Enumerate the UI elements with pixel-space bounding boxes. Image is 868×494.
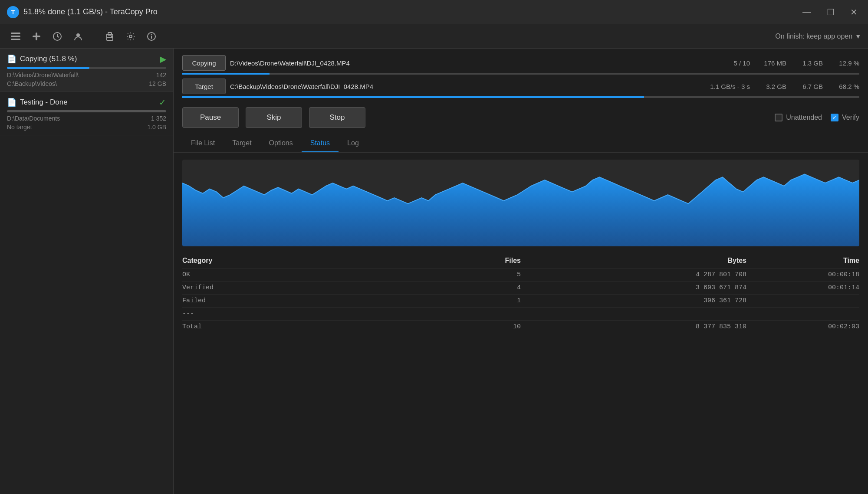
total-bytes: 8 377 835 310 <box>521 323 746 330</box>
source-progress-fill <box>182 73 270 75</box>
unattended-checkbox[interactable] <box>775 114 783 121</box>
svg-rect-1 <box>11 36 20 37</box>
job2-icon: 📄 <box>7 98 16 107</box>
failed-files: 1 <box>408 297 521 304</box>
sidebar-item-job2[interactable]: 📄 Testing - Done ✓ D:\Data\Documents 1 3… <box>0 92 173 135</box>
content-area: Copying D:\Videos\Drone\Waterfall\DJI_04… <box>174 49 868 494</box>
separator-category: --- <box>182 310 408 317</box>
col-category-header: Category <box>182 257 408 265</box>
app-icon: T <box>7 6 19 18</box>
unattended-checkbox-item[interactable]: Unattended <box>775 114 822 121</box>
target-target-size: 6.7 GB <box>797 83 823 90</box>
profile-button[interactable] <box>69 28 87 45</box>
target-percent: 68.2 % <box>833 83 859 90</box>
minimize-button[interactable]: — <box>799 5 815 19</box>
sidebar-item-job1[interactable]: 📄 Copying (51.8 %) ▶ D:\Videos\Drone\Wat… <box>0 49 173 92</box>
toolbar-left <box>7 28 160 45</box>
job2-header: 📄 Testing - Done ✓ <box>7 97 166 108</box>
total-files: 10 <box>408 323 521 330</box>
job2-progress-bar-bg <box>7 110 166 112</box>
job1-icon: 📄 <box>7 54 16 64</box>
svg-rect-0 <box>11 33 20 34</box>
verify-checkbox-item[interactable]: Verify <box>831 114 859 121</box>
titlebar-left: T 51.8% done (1.1 GB/s) - TeraCopy Pro <box>7 6 158 18</box>
total-time: 00:02:03 <box>746 323 859 330</box>
speed-chart-svg <box>182 160 859 246</box>
job1-title: 📄 Copying (51.8 %) <box>7 54 77 64</box>
on-finish-label[interactable]: On finish: keep app open ▼ <box>775 33 861 40</box>
tabs: File List Target Options Status Log <box>174 135 868 153</box>
svg-rect-7 <box>107 38 113 40</box>
target-file-stats: 1.1 GB/s - 3 s 3.2 GB 6.7 GB 68.2 % <box>710 83 859 90</box>
job1-play-button[interactable]: ▶ <box>160 54 166 64</box>
verified-time: 00:01:14 <box>746 284 859 291</box>
skip-button[interactable]: Skip <box>246 107 302 128</box>
verified-category: Verified <box>182 284 408 291</box>
pause-button[interactable]: Pause <box>182 107 239 128</box>
job2-done-icon: ✓ <box>159 97 166 108</box>
source-percent: 12.9 % <box>833 59 859 67</box>
sidebar-toggle-button[interactable] <box>7 28 24 45</box>
history-button[interactable] <box>49 28 66 45</box>
titlebar: T 51.8% done (1.1 GB/s) - TeraCopy Pro —… <box>0 0 868 24</box>
source-file-row: Copying D:\Videos\Drone\Waterfall\DJI_04… <box>182 53 859 73</box>
verify-checkbox[interactable] <box>831 114 838 121</box>
job1-paths: D:\Videos\Drone\Waterfall\ 142 <box>7 72 166 79</box>
tab-options[interactable]: Options <box>260 135 302 152</box>
source-count: 5 / 10 <box>724 59 750 67</box>
job1-dest-paths: C:\Backup\Videos\ 12 GB <box>7 80 166 87</box>
verified-files: 4 <box>408 284 521 291</box>
toolbar: On finish: keep app open ▼ <box>0 24 868 49</box>
svg-point-6 <box>76 33 80 37</box>
job1-progress-bar-fill <box>7 67 89 69</box>
tab-target[interactable]: Target <box>224 135 260 152</box>
speed-chart <box>182 160 859 246</box>
job1-header: 📄 Copying (51.8 %) ▶ <box>7 54 166 64</box>
stop-button[interactable]: Stop <box>309 107 365 128</box>
tab-file-list[interactable]: File List <box>182 135 224 152</box>
job2-title: 📄 Testing - Done <box>7 98 68 107</box>
file-progress-section: Copying D:\Videos\Drone\Waterfall\DJI_04… <box>174 49 868 100</box>
settings-button[interactable] <box>122 28 139 45</box>
job2-dest-paths: No target 1.0 GB <box>7 124 166 131</box>
sidebar: 📄 Copying (51.8 %) ▶ D:\Videos\Drone\Wat… <box>0 49 174 494</box>
titlebar-controls: — ☐ ✕ <box>799 5 861 19</box>
job2-progress-bar-fill <box>7 110 166 112</box>
table-row-separator: --- <box>182 307 859 320</box>
svg-point-13 <box>151 34 152 35</box>
job1-progress-bar-bg <box>7 67 166 69</box>
close-button[interactable]: ✕ <box>847 5 861 19</box>
tab-status[interactable]: Status <box>302 135 339 152</box>
copying-status-label: Copying <box>182 55 226 71</box>
target-progress-fill <box>182 96 644 98</box>
failed-time <box>746 297 859 304</box>
target-progress-bar <box>182 96 859 98</box>
ok-time: 00:00:18 <box>746 271 859 278</box>
failed-category: Failed <box>182 297 408 304</box>
job2-paths: D:\Data\Documents 1 352 <box>7 115 166 122</box>
titlebar-title: 51.8% done (1.1 GB/s) - TeraCopy Pro <box>23 7 158 16</box>
add-job-button[interactable] <box>28 28 45 45</box>
status-table: Category Files Bytes Time OK 5 4 287 801… <box>182 253 859 333</box>
verify-label: Verify <box>842 114 859 121</box>
ok-files: 5 <box>408 271 521 278</box>
target-size: 1.3 GB <box>797 59 823 67</box>
source-file-stats: 5 / 10 176 MB 1.3 GB 12.9 % <box>724 59 859 67</box>
tab-log[interactable]: Log <box>339 135 368 152</box>
print-button[interactable] <box>101 28 118 45</box>
maximize-button[interactable]: ☐ <box>823 5 838 19</box>
col-bytes-header: Bytes <box>521 257 746 265</box>
col-files-header: Files <box>408 257 521 265</box>
info-button[interactable] <box>143 28 160 45</box>
failed-bytes: 396 361 728 <box>521 297 746 304</box>
col-time-header: Time <box>746 257 859 265</box>
verified-bytes: 3 693 671 874 <box>521 284 746 291</box>
toolbar-separator <box>94 30 94 43</box>
target-file-row: Target C:\Backup\Videos\Drone\Waterfall\… <box>182 76 859 96</box>
table-row-ok: OK 5 4 287 801 708 00:00:18 <box>182 268 859 281</box>
main-layout: 📄 Copying (51.8 %) ▶ D:\Videos\Drone\Wat… <box>0 49 868 494</box>
total-category: Total <box>182 323 408 330</box>
ok-bytes: 4 287 801 708 <box>521 271 746 278</box>
target-speed: 1.1 GB/s - 3 s <box>710 83 750 90</box>
svg-rect-4 <box>33 36 40 37</box>
